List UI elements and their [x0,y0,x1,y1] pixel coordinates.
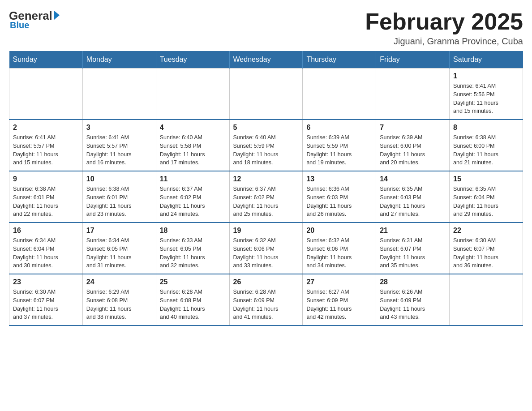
week-row-5: 23Sunrise: 6:30 AM Sunset: 6:07 PM Dayli… [9,274,523,325]
day-info: Sunrise: 6:41 AM Sunset: 5:57 PM Dayligh… [13,133,79,167]
day-number: 11 [160,175,226,183]
calendar-cell [376,68,450,120]
calendar-cell: 13Sunrise: 6:36 AM Sunset: 6:03 PM Dayli… [303,171,376,223]
day-info: Sunrise: 6:36 AM Sunset: 6:03 PM Dayligh… [306,185,372,218]
day-info: Sunrise: 6:29 AM Sunset: 6:08 PM Dayligh… [86,288,152,321]
day-number: 24 [86,278,152,286]
day-number: 21 [380,227,446,235]
day-number: 19 [233,227,299,235]
day-info: Sunrise: 6:41 AM Sunset: 5:56 PM Dayligh… [453,82,519,116]
day-number: 7 [380,124,446,132]
calendar-cell: 27Sunrise: 6:27 AM Sunset: 6:09 PM Dayli… [303,274,376,325]
weekday-header-saturday: Saturday [450,51,523,68]
weekday-header-wednesday: Wednesday [229,51,303,68]
calendar-cell: 25Sunrise: 6:28 AM Sunset: 6:08 PM Dayli… [156,274,229,325]
calendar-cell: 15Sunrise: 6:35 AM Sunset: 6:04 PM Dayli… [450,171,523,223]
calendar-cell: 28Sunrise: 6:26 AM Sunset: 6:09 PM Dayli… [376,274,450,325]
day-info: Sunrise: 6:34 AM Sunset: 6:04 PM Dayligh… [13,236,79,270]
day-info: Sunrise: 6:37 AM Sunset: 6:02 PM Dayligh… [160,185,226,218]
calendar-cell: 18Sunrise: 6:33 AM Sunset: 6:05 PM Dayli… [156,223,229,274]
day-number: 25 [160,278,226,286]
day-info: Sunrise: 6:35 AM Sunset: 6:03 PM Dayligh… [380,185,446,218]
day-number: 5 [233,124,299,132]
day-info: Sunrise: 6:32 AM Sunset: 6:06 PM Dayligh… [306,236,372,270]
day-number: 4 [160,124,226,132]
calendar-cell: 12Sunrise: 6:37 AM Sunset: 6:02 PM Dayli… [229,171,303,223]
day-number: 6 [306,124,372,132]
day-info: Sunrise: 6:30 AM Sunset: 6:07 PM Dayligh… [453,236,519,270]
day-number: 17 [86,227,152,235]
day-number: 3 [86,124,152,132]
day-info: Sunrise: 6:28 AM Sunset: 6:09 PM Dayligh… [233,288,299,321]
day-info: Sunrise: 6:30 AM Sunset: 6:07 PM Dayligh… [13,288,79,321]
day-info: Sunrise: 6:35 AM Sunset: 6:04 PM Dayligh… [453,185,519,218]
page-header: General Blue February 2025 Jiguani, Gran… [9,9,523,47]
calendar-cell: 26Sunrise: 6:28 AM Sunset: 6:09 PM Dayli… [229,274,303,325]
day-info: Sunrise: 6:39 AM Sunset: 5:59 PM Dayligh… [306,133,372,167]
calendar-cell [450,274,523,325]
day-number: 20 [306,227,372,235]
day-info: Sunrise: 6:40 AM Sunset: 5:59 PM Dayligh… [233,133,299,167]
day-info: Sunrise: 6:37 AM Sunset: 6:02 PM Dayligh… [233,185,299,218]
day-number: 8 [453,124,519,132]
day-info: Sunrise: 6:38 AM Sunset: 6:00 PM Dayligh… [453,133,519,167]
calendar-title: February 2025 [365,9,523,34]
calendar-cell: 22Sunrise: 6:30 AM Sunset: 6:07 PM Dayli… [450,223,523,274]
week-row-1: 1Sunrise: 6:41 AM Sunset: 5:56 PM Daylig… [9,68,523,120]
day-info: Sunrise: 6:34 AM Sunset: 6:05 PM Dayligh… [86,236,152,270]
logo-blue: Blue [10,20,29,30]
week-row-3: 9Sunrise: 6:38 AM Sunset: 6:01 PM Daylig… [9,171,523,223]
calendar-cell: 8Sunrise: 6:38 AM Sunset: 6:00 PM Daylig… [450,120,523,171]
calendar-cell: 3Sunrise: 6:41 AM Sunset: 5:57 PM Daylig… [82,120,156,171]
day-number: 10 [86,175,152,183]
calendar-cell: 16Sunrise: 6:34 AM Sunset: 6:04 PM Dayli… [9,223,83,274]
day-number: 15 [453,175,519,183]
title-area: February 2025 Jiguani, Granma Province, … [365,9,523,47]
calendar-cell: 21Sunrise: 6:31 AM Sunset: 6:07 PM Dayli… [376,223,450,274]
day-number: 14 [380,175,446,183]
day-info: Sunrise: 6:33 AM Sunset: 6:05 PM Dayligh… [160,236,226,270]
calendar-cell: 9Sunrise: 6:38 AM Sunset: 6:01 PM Daylig… [9,171,83,223]
calendar-cell: 11Sunrise: 6:37 AM Sunset: 6:02 PM Dayli… [156,171,229,223]
week-row-4: 16Sunrise: 6:34 AM Sunset: 6:04 PM Dayli… [9,223,523,274]
calendar-cell: 5Sunrise: 6:40 AM Sunset: 5:59 PM Daylig… [229,120,303,171]
day-number: 16 [13,227,79,235]
calendar-cell: 10Sunrise: 6:38 AM Sunset: 6:01 PM Dayli… [82,171,156,223]
calendar-cell: 6Sunrise: 6:39 AM Sunset: 5:59 PM Daylig… [303,120,376,171]
calendar-cell: 20Sunrise: 6:32 AM Sunset: 6:06 PM Dayli… [303,223,376,274]
calendar-cell: 7Sunrise: 6:39 AM Sunset: 6:00 PM Daylig… [376,120,450,171]
weekday-header-row: SundayMondayTuesdayWednesdayThursdayFrid… [9,51,523,68]
day-info: Sunrise: 6:27 AM Sunset: 6:09 PM Dayligh… [306,288,372,321]
weekday-header-monday: Monday [82,51,156,68]
day-info: Sunrise: 6:38 AM Sunset: 6:01 PM Dayligh… [86,185,152,218]
day-number: 13 [306,175,372,183]
calendar-cell: 23Sunrise: 6:30 AM Sunset: 6:07 PM Dayli… [9,274,83,325]
calendar-subtitle: Jiguani, Granma Province, Cuba [365,36,523,47]
day-info: Sunrise: 6:28 AM Sunset: 6:08 PM Dayligh… [160,288,226,321]
calendar-cell: 4Sunrise: 6:40 AM Sunset: 5:58 PM Daylig… [156,120,229,171]
calendar-cell: 14Sunrise: 6:35 AM Sunset: 6:03 PM Dayli… [376,171,450,223]
calendar-cell: 19Sunrise: 6:32 AM Sunset: 6:06 PM Dayli… [229,223,303,274]
weekday-header-friday: Friday [376,51,450,68]
day-number: 2 [13,124,79,132]
day-number: 27 [306,278,372,286]
calendar-cell: 2Sunrise: 6:41 AM Sunset: 5:57 PM Daylig… [9,120,83,171]
calendar-cell [9,68,83,120]
day-number: 26 [233,278,299,286]
day-info: Sunrise: 6:31 AM Sunset: 6:07 PM Dayligh… [380,236,446,270]
calendar-table: SundayMondayTuesdayWednesdayThursdayFrid… [9,51,523,326]
logo-arrow-icon [54,11,60,20]
day-number: 23 [13,278,79,286]
logo: General Blue [9,9,60,30]
day-number: 22 [453,227,519,235]
day-number: 18 [160,227,226,235]
day-info: Sunrise: 6:41 AM Sunset: 5:57 PM Dayligh… [86,133,152,167]
day-info: Sunrise: 6:39 AM Sunset: 6:00 PM Dayligh… [380,133,446,167]
weekday-header-thursday: Thursday [303,51,376,68]
calendar-cell [229,68,303,120]
day-number: 28 [380,278,446,286]
day-info: Sunrise: 6:38 AM Sunset: 6:01 PM Dayligh… [13,185,79,218]
calendar-cell: 17Sunrise: 6:34 AM Sunset: 6:05 PM Dayli… [82,223,156,274]
day-info: Sunrise: 6:26 AM Sunset: 6:09 PM Dayligh… [380,288,446,321]
calendar-cell [82,68,156,120]
